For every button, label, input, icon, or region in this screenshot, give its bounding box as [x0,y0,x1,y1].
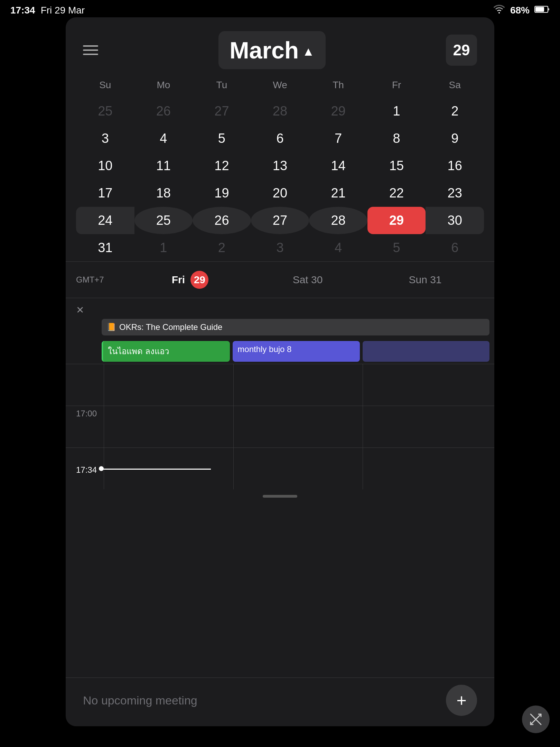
calendar-header: March ▲ 29 [66,17,494,76]
weekday-headers: Su Mo Tu We Th Fr Sa [76,76,484,94]
empty-time-slot-1 [66,364,494,406]
timed-event-thai[interactable]: ในไอแพด ลงแอว [102,341,230,362]
weekday-th: Th [309,76,367,94]
day-tab-sat-label: Sat 30 [293,274,323,285]
calendar-day-24[interactable]: 24 [76,207,134,234]
calendar-day-6[interactable]: 6 [426,234,484,261]
calendar-day-28[interactable]: 28 [309,207,367,234]
calendar-day-11[interactable]: 11 [134,152,193,179]
day-tab-sat[interactable]: Sat 30 [249,270,366,289]
calendar-day-19[interactable]: 19 [193,179,251,207]
all-day-event-okrs[interactable]: 📙 OKRs: The Complete Guide [102,319,489,335]
today-badge[interactable]: 29 [446,35,477,66]
calendar-day-28[interactable]: 28 [251,98,309,125]
time-col-1700-2 [233,406,362,448]
weekday-su: Su [76,76,134,94]
calendar-day-3[interactable]: 3 [76,125,134,152]
calendar-day-4[interactable]: 4 [134,125,193,152]
current-time-label: 17:34 [66,462,100,475]
calendar-day-2[interactable]: 2 [426,98,484,125]
status-time: 17:34 [10,5,35,16]
calendar-day-25[interactable]: 25 [76,98,134,125]
weekday-mo: Mo [134,76,193,94]
calendar-day-20[interactable]: 20 [251,179,309,207]
events-scroll[interactable]: ✕ 📙 OKRs: The Complete Guide ในไอแพด ลงแ… [66,298,494,677]
okrs-event-icon: 📙 [106,323,116,332]
calendar-day-10[interactable]: 10 [76,152,134,179]
weekday-fr: Fr [367,76,426,94]
calendar-day-18[interactable]: 18 [134,179,193,207]
calendar-day-6[interactable]: 6 [251,125,309,152]
battery-icon [534,5,550,16]
calendar-day-14[interactable]: 14 [309,152,367,179]
calendar-day-5[interactable]: 5 [367,234,426,261]
calendar-day-5[interactable]: 5 [193,125,251,152]
time-label-empty [66,364,100,367]
menu-line-1 [83,45,98,47]
timed-event-empty[interactable] [363,341,489,362]
time-col-3 [363,364,491,406]
calendar-day-1[interactable]: 1 [367,98,426,125]
day-tab-fri[interactable]: Fri 29 [131,267,249,292]
add-event-button[interactable]: + [446,685,477,716]
current-time-line [100,469,211,470]
calendar-day-12[interactable]: 12 [193,152,251,179]
all-day-section: 📙 OKRs: The Complete Guide [66,315,494,339]
time-col-1700-3 [363,406,491,448]
timed-events-section: ในไอแพด ลงแอว monthly bujo 8 [66,339,494,364]
status-date: Fri 29 Mar [41,5,85,16]
day-tab-sun-label: Sun 31 [409,274,441,285]
calendar-day-8[interactable]: 8 [367,125,426,152]
calendar-day-27[interactable]: 27 [193,98,251,125]
menu-line-2 [83,49,98,51]
calendar-day-26[interactable]: 26 [134,98,193,125]
calendar-day-21[interactable]: 21 [309,179,367,207]
timed-event-thai-title: ในไอแพด ลงแอว [108,347,169,356]
calendar-day-7[interactable]: 7 [309,125,367,152]
status-bar: 17:34 Fri 29 Mar 68% [0,0,560,21]
resize-icon[interactable] [522,706,550,733]
calendar-day-3[interactable]: 3 [251,234,309,261]
calendar-grid-section: Su Mo Tu We Th Fr Sa 2526272829123456789… [66,76,494,261]
calendar-day-2[interactable]: 2 [193,234,251,261]
weekday-tu: Tu [193,76,251,94]
calendar-day-30[interactable]: 30 [426,207,484,234]
calendar-day-27[interactable]: 27 [251,207,309,234]
month-selector[interactable]: March ▲ [218,31,326,69]
chevron-up-icon: ▲ [302,44,315,59]
weekday-we: We [251,76,309,94]
calendar-day-25[interactable]: 25 [134,207,193,234]
calendar-day-4[interactable]: 4 [309,234,367,261]
svg-rect-2 [535,7,544,12]
gmt-label: GMT+7 [76,275,131,285]
month-name: March [230,37,299,64]
calendar-app: March ▲ 29 Su Mo Tu We Th Fr Sa 25262728… [66,17,494,726]
calendar-day-29[interactable]: 29 [309,98,367,125]
calendar-day-9[interactable]: 9 [426,125,484,152]
day-tab-sun[interactable]: Sun 31 [366,270,484,289]
calendar-day-31[interactable]: 31 [76,234,134,261]
calendar-day-1[interactable]: 1 [134,234,193,261]
time-col-1 [104,364,232,406]
timed-event-bujo[interactable]: monthly bujo 8 [233,341,360,362]
calendar-day-23[interactable]: 23 [426,179,484,207]
time-col-current-2 [233,448,362,489]
calendar-day-29[interactable]: 29 [367,207,426,234]
okrs-event-title: OKRs: The Complete Guide [119,322,222,332]
menu-button[interactable] [83,45,98,55]
time-col-current-3 [363,448,491,489]
calendar-day-26[interactable]: 26 [193,207,251,234]
time-slot-1700: 17:00 [66,406,494,448]
calendar-day-22[interactable]: 22 [367,179,426,207]
collapse-button[interactable]: ✕ [76,304,84,316]
time-col-1700-1 [104,406,232,448]
calendar-day-15[interactable]: 15 [367,152,426,179]
svg-rect-1 [548,8,549,10]
calendar-day-17[interactable]: 17 [76,179,134,207]
no-meeting-text: No upcoming meeting [83,694,197,707]
calendar-day-13[interactable]: 13 [251,152,309,179]
time-content-empty [100,364,494,406]
time-content-1700 [100,406,494,448]
events-area: ✕ 📙 OKRs: The Complete Guide ในไอแพด ลงแ… [66,298,494,677]
calendar-day-16[interactable]: 16 [426,152,484,179]
